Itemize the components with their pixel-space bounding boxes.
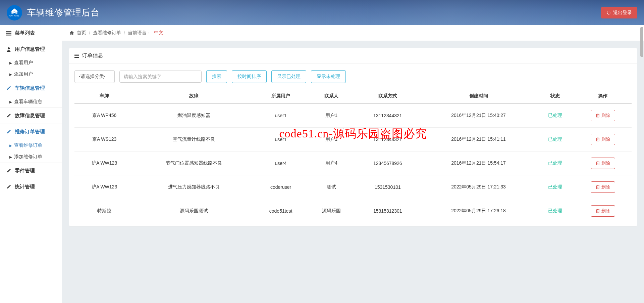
- table-cell: 燃油温度感知器: [134, 103, 253, 128]
- show-undone-button[interactable]: 显示未处理: [311, 70, 346, 83]
- column-header: 联系人: [308, 89, 355, 103]
- menu-sub-label: 查看用户: [14, 60, 33, 66]
- logo-text: CAR HOME: [9, 15, 19, 17]
- table-cell: 2022年05月29日 17:26:18: [421, 199, 536, 223]
- delete-button[interactable]: 删除: [591, 181, 615, 193]
- menu-group-label: 维修订单管理: [15, 129, 45, 135]
- breadcrumb-home[interactable]: 首页: [77, 30, 86, 36]
- menu-group[interactable]: 零件管理: [0, 163, 62, 179]
- caret-icon: ▶: [9, 61, 12, 65]
- table-cell: 2016年12月21日 15:41:11: [421, 128, 536, 152]
- menu-icon: [74, 54, 79, 58]
- table-cell: 13112344321: [355, 128, 421, 152]
- lang-label: 当前语言：: [128, 30, 151, 36]
- menu-group-label: 用户信息管理: [15, 46, 45, 52]
- table-cell: 用户1: [308, 128, 355, 152]
- table-cell: 测试: [308, 175, 355, 199]
- menu-sub-item[interactable]: ▶查看维修订单: [0, 140, 62, 151]
- menu-sub-item[interactable]: ▶添加用户: [0, 69, 62, 80]
- svg-rect-5: [6, 33, 11, 34]
- menu-sub-label: 添加维修订单: [14, 154, 42, 160]
- delete-button[interactable]: 删除: [591, 134, 615, 145]
- table-cell: 源码乐园测试: [134, 199, 253, 223]
- caret-icon: ▶: [9, 73, 12, 76]
- lang-value[interactable]: 中文: [154, 30, 163, 36]
- power-icon: [606, 10, 611, 15]
- logout-label: 退出登录: [613, 10, 632, 16]
- menu-sub-label: 查看维修订单: [14, 142, 42, 148]
- filter-row: -请选择分类- 搜索 按时间排序 显示已处理 显示未处理: [74, 70, 632, 83]
- trash-icon: [596, 137, 600, 141]
- svg-rect-8: [74, 55, 79, 56]
- menu-group-label: 故障信息管理: [15, 113, 45, 119]
- menu-sub-item[interactable]: ▶添加维修订单: [0, 151, 62, 163]
- breadcrumb: 首页 / 查看维修订单 / 当前语言： 中文: [62, 25, 644, 41]
- menu-sub-item[interactable]: ▶查看车辆信息: [0, 96, 62, 107]
- panel-header: 订单信息: [69, 48, 637, 63]
- table-cell: 京A WS123: [74, 128, 134, 152]
- menu-group-label: 零件管理: [15, 168, 35, 174]
- order-panel: 订单信息 -请选择分类- 搜索 按时间排序 显示已处理 显示未处理 车牌故障所属…: [69, 48, 637, 226]
- breadcrumb-current: 查看维修订单: [93, 30, 121, 36]
- menu-sub-item[interactable]: ▶查看用户: [0, 57, 62, 69]
- delete-button[interactable]: 删除: [591, 205, 615, 217]
- column-header: 故障: [134, 89, 253, 103]
- sort-time-button[interactable]: 按时间排序: [232, 70, 267, 83]
- column-header: 操作: [574, 89, 632, 103]
- logout-button[interactable]: 退出登录: [601, 7, 637, 18]
- table-cell: 2016年12月21日 15:40:27: [421, 103, 536, 128]
- table-cell: user1: [253, 128, 308, 152]
- caret-icon: ▶: [9, 100, 12, 104]
- edit-icon: [6, 129, 11, 135]
- user-icon: [6, 47, 11, 52]
- table-cell: 用户4: [308, 152, 355, 175]
- table-row: 京A WS123空气流量计线路不良user1用户1131123443212016…: [74, 128, 632, 152]
- category-select[interactable]: -请选择分类-: [74, 70, 115, 83]
- menu-group[interactable]: 故障信息管理: [0, 108, 62, 124]
- svg-rect-7: [74, 54, 79, 54]
- table-cell: 空气流量计线路不良: [134, 128, 253, 152]
- menu-group[interactable]: 统计管理: [0, 179, 62, 195]
- delete-button[interactable]: 删除: [591, 158, 615, 169]
- menu-group-label: 车辆信息管理: [15, 85, 45, 91]
- menu-group[interactable]: 用户信息管理: [0, 41, 62, 57]
- menu-group[interactable]: 车辆信息管理: [0, 80, 62, 96]
- status-badge: 已处理: [548, 160, 562, 166]
- delete-button[interactable]: 删除: [591, 110, 615, 121]
- logo: CAR HOME: [7, 5, 22, 20]
- table-cell: 2022年05月29日 17:21:33: [421, 175, 536, 199]
- table-cell: 13112344321: [355, 103, 421, 128]
- car-home-icon: [10, 8, 19, 14]
- table-cell: 进气压力感知器线路不良: [134, 175, 253, 199]
- table-cell: code51test: [253, 199, 308, 223]
- trash-icon: [596, 114, 600, 118]
- table-cell: coderuser: [253, 175, 308, 199]
- list-icon: [6, 31, 11, 36]
- svg-rect-9: [74, 57, 79, 58]
- menu-group[interactable]: 维修订单管理: [0, 124, 62, 140]
- column-header: 车牌: [74, 89, 134, 103]
- table-cell: 京A WP456: [74, 103, 134, 128]
- status-badge: 已处理: [548, 184, 562, 189]
- show-done-button[interactable]: 显示已处理: [271, 70, 306, 83]
- svg-rect-4: [6, 31, 11, 32]
- svg-point-3: [15, 13, 16, 14]
- main: 首页 / 查看维修订单 / 当前语言： 中文 订单信息 -请选择分类- 搜索 按…: [62, 25, 644, 303]
- table-cell: user4: [253, 152, 308, 175]
- trash-icon: [596, 161, 600, 165]
- table-row: 沪A WW123进气压力感知器线路不良coderuser测试1531530101…: [74, 175, 632, 199]
- sidebar: 菜单列表 用户信息管理▶查看用户▶添加用户车辆信息管理▶查看车辆信息故障信息管理…: [0, 25, 62, 303]
- caret-icon: ▶: [9, 144, 12, 147]
- table-cell: 源码乐园: [308, 199, 355, 223]
- status-badge: 已处理: [548, 113, 562, 118]
- menu-sub-label: 查看车辆信息: [14, 99, 42, 105]
- table-cell: 用户1: [308, 103, 355, 128]
- menu-sub-label: 添加用户: [14, 71, 33, 77]
- search-button[interactable]: 搜索: [206, 70, 227, 83]
- search-input[interactable]: [119, 71, 202, 83]
- scrollbar[interactable]: [640, 27, 643, 57]
- edit-icon: [6, 113, 11, 119]
- table-cell: 沪A WW123: [74, 175, 134, 199]
- table-cell: 沪A WW123: [74, 152, 134, 175]
- table-cell: 2016年12月21日 15:54:17: [421, 152, 536, 175]
